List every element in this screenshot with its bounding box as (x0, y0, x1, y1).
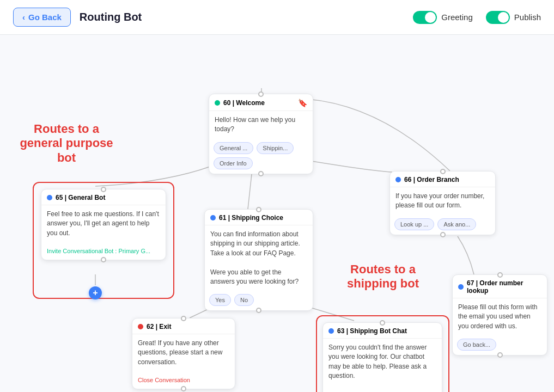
branch-no[interactable]: No (234, 294, 254, 306)
node-order-branch-body: If you have your order number, please fi… (390, 187, 495, 215)
dot-welcome (215, 100, 220, 106)
branch-shipping[interactable]: Shippin... (257, 142, 294, 154)
dot-shipping-choice (210, 215, 216, 220)
header-left: ‹ Go Back Routing Bot (13, 8, 142, 27)
dot-exit (138, 324, 143, 329)
node-general-bot[interactable]: 65 | General Bot Feel free to ask me que… (41, 189, 166, 260)
port-general-top (101, 187, 106, 192)
node-welcome-body: Hello! How can we help you today? (209, 111, 313, 139)
page-title: Routing Bot (80, 11, 142, 23)
node-welcome[interactable]: 60 | Welcome 🔖 Hello! How can we help yo… (209, 94, 313, 174)
chevron-left-icon: ‹ (22, 13, 25, 22)
node-order-lookup-header: 67 | Order number lookup (453, 275, 547, 298)
publish-toggle[interactable] (486, 11, 510, 24)
port-welcome-bottom (258, 171, 264, 176)
close-conversation: Close Conversation (138, 377, 190, 383)
dot-order-lookup (458, 284, 464, 290)
port-order-branch-top (440, 169, 446, 174)
flow-canvas: Routes to a general purpose bot Routes t… (0, 35, 554, 392)
node-shipping-choice-body: You can find information about shipping … (205, 225, 313, 291)
node-shipping-chat-footer: Invite Conversational Bot : Shipping ... (323, 385, 442, 392)
toggle-knob (425, 12, 436, 23)
branch-lookup[interactable]: Look up ... (394, 218, 434, 230)
greeting-label: Greeting (441, 13, 473, 22)
invite-general: Invite Conversational Bot : Primary G... (47, 248, 150, 254)
header: ‹ Go Back Routing Bot Greeting Publish (0, 0, 554, 35)
node-general-id: 65 | General Bot (56, 194, 105, 201)
port-shipping-choice-top (256, 207, 261, 212)
node-exit-body: Great! If you have any other questions, … (132, 334, 235, 371)
header-right: Greeting Publish (413, 11, 541, 24)
node-order-lookup-body: Please fill out this form with the email… (453, 298, 547, 335)
greeting-toggle[interactable] (413, 11, 437, 24)
dot-shipping-chat (328, 328, 334, 334)
port-order-branch-bottom (440, 232, 446, 237)
node-order-branch-id: 66 | Order Branch (404, 176, 459, 183)
port-order-lookup-top (497, 272, 503, 278)
branch-order[interactable]: Order Info (214, 157, 253, 169)
publish-toggle-group: Publish (486, 11, 541, 24)
port-order-lookup-bottom (497, 352, 503, 358)
node-welcome-branches: General ... Shippin... Order Info (209, 139, 313, 174)
port-exit-top (181, 316, 186, 321)
node-shipping-choice[interactable]: 61 | Shipping Choice You can find inform… (204, 209, 313, 311)
port-exit-bottom (181, 386, 186, 391)
dot-general (47, 195, 52, 200)
branch-general[interactable]: General ... (214, 142, 253, 154)
greeting-toggle-group: Greeting (413, 11, 473, 24)
go-back-label: Go Back (28, 13, 62, 22)
node-order-branch[interactable]: 66 | Order Branch If you have your order… (389, 171, 496, 235)
branch-yes[interactable]: Yes (209, 294, 231, 306)
node-general-body: Feel free to ask me questions. If I can'… (41, 205, 166, 242)
annotation-general: Routes to a general purpose bot (12, 122, 121, 165)
branch-ask[interactable]: Ask ano... (437, 218, 476, 230)
port-general-bottom (101, 257, 106, 262)
node-exit-id: 62 | Exit (147, 323, 171, 330)
node-order-lookup-id: 67 | Order number lookup (467, 279, 541, 295)
node-shipping-chat-id: 63 | Shipping Bot Chat (337, 327, 407, 335)
add-btn-general[interactable]: + (89, 286, 102, 299)
port-welcome-top (258, 91, 264, 97)
node-shipping-bot-chat[interactable]: 63 | Shipping Bot Chat Sorry you couldn'… (322, 322, 442, 392)
node-welcome-id: 60 | Welcome (223, 99, 265, 107)
node-shipping-chat-body: Sorry you couldn't find the answer you w… (323, 339, 442, 385)
port-shipping-choice-bottom (256, 308, 261, 313)
bookmark-icon: 🔖 (298, 99, 307, 107)
publish-label: Publish (514, 13, 541, 22)
annotation-shipping: Routes to a shipping bot (326, 262, 440, 291)
node-shipping-choice-id: 61 | Shipping Choice (219, 214, 283, 222)
dot-order-branch (395, 177, 401, 182)
port-shipping-chat-top (380, 320, 385, 326)
node-order-lookup[interactable]: 67 | Order number lookup Please fill out… (452, 274, 547, 356)
go-back-button[interactable]: ‹ Go Back (13, 8, 71, 27)
node-exit[interactable]: 62 | Exit Great! If you have any other q… (132, 318, 235, 389)
branch-go-back[interactable]: Go back... (457, 339, 496, 351)
toggle-knob-2 (498, 12, 509, 23)
